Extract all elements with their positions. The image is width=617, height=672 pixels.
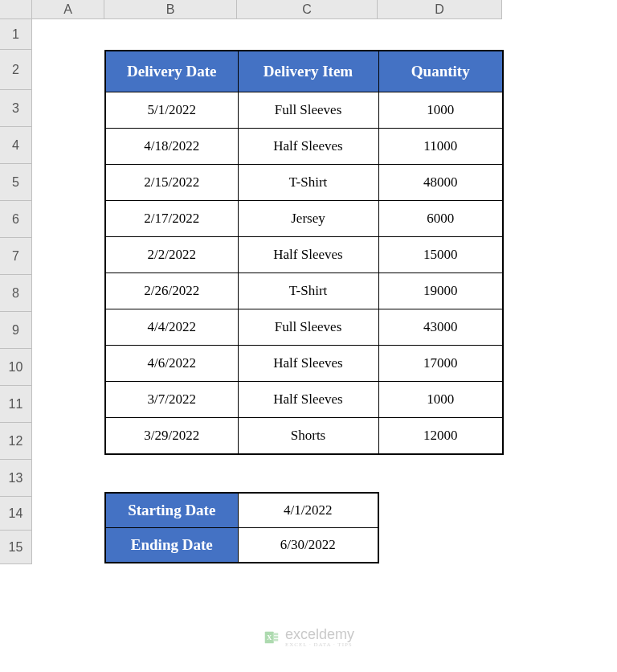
row-headers: 123456789101112131415 [0,19,32,564]
row-header-11[interactable]: 11 [0,386,32,423]
cell-qty[interactable]: 1000 [378,382,503,418]
table-row: 4/6/2022Half Sleeves17000 [105,346,503,382]
svg-rect-1 [273,633,278,635]
col-header-A[interactable]: A [32,0,104,19]
table-header-2: Quantity [378,51,503,92]
watermark-tagline: EXCEL · DATA · TIPS [285,641,354,648]
row-header-14[interactable]: 14 [0,497,32,531]
cell-date[interactable]: 4/18/2022 [105,129,238,165]
table-row: 2/2/2022Half Sleeves15000 [105,237,503,273]
table-row: 2/26/2022T-Shirt19000 [105,273,503,309]
col-header-C[interactable]: C [237,0,378,19]
row-header-12[interactable]: 12 [0,423,32,460]
cell-item[interactable]: T-Shirt [238,165,378,201]
cell-qty[interactable]: 6000 [378,201,503,237]
table-row: 4/4/2022Full Sleeves43000 [105,309,503,346]
cell-qty[interactable]: 1000 [378,92,503,129]
select-all-cell[interactable] [0,0,32,19]
cell-date[interactable]: 3/7/2022 [105,382,238,418]
cell-date[interactable]: 4/4/2022 [105,309,238,346]
cell-item[interactable]: Half Sleeves [238,237,378,273]
row-header-5[interactable]: 5 [0,164,32,201]
column-headers: ABCD [32,0,502,19]
row-header-4[interactable]: 4 [0,127,32,164]
delivery-table: Delivery DateDelivery ItemQuantity 5/1/2… [104,50,504,455]
table-row: 2/17/2022Jersey6000 [105,201,503,237]
row-header-15[interactable]: 15 [0,531,32,564]
cell-item[interactable]: T-Shirt [238,273,378,309]
cell-date[interactable]: 2/15/2022 [105,165,238,201]
starting-date-label: Starting Date [105,493,238,528]
col-header-B[interactable]: B [104,0,237,19]
cell-item[interactable]: Half Sleeves [238,346,378,382]
table-header-0: Delivery Date [105,51,238,92]
cell-qty[interactable]: 11000 [378,129,503,165]
cell-item[interactable]: Half Sleeves [238,129,378,165]
cell-date[interactable]: 5/1/2022 [105,92,238,129]
cell-item[interactable]: Shorts [238,418,378,455]
svg-rect-2 [273,636,278,638]
col-header-D[interactable]: D [378,0,502,19]
cell-date[interactable]: 2/2/2022 [105,237,238,273]
row-header-10[interactable]: 10 [0,349,32,386]
table-header-1: Delivery Item [238,51,378,92]
svg-text:X: X [267,633,272,641]
cell-date[interactable]: 4/6/2022 [105,346,238,382]
excel-icon: X [263,629,280,646]
cell-date[interactable]: 2/17/2022 [105,201,238,237]
svg-rect-3 [273,638,278,641]
ending-date-label: Ending Date [105,528,238,563]
row-header-9[interactable]: 9 [0,312,32,349]
table-row: 4/18/2022Half Sleeves11000 [105,129,503,165]
cell-item[interactable]: Full Sleeves [238,92,378,129]
row-header-6[interactable]: 6 [0,201,32,238]
cell-item[interactable]: Jersey [238,201,378,237]
row-header-8[interactable]: 8 [0,275,32,312]
cell-date[interactable]: 2/26/2022 [105,273,238,309]
cell-qty[interactable]: 17000 [378,346,503,382]
watermark-brand: exceldemy [285,626,354,642]
table-row: 3/7/2022Half Sleeves1000 [105,382,503,418]
row-header-3[interactable]: 3 [0,90,32,127]
starting-date-value[interactable]: 4/1/2022 [238,493,378,528]
cell-qty[interactable]: 15000 [378,237,503,273]
watermark: X exceldemy EXCEL · DATA · TIPS [263,626,354,648]
table-row: 3/29/2022Shorts12000 [105,418,503,455]
table-row: 5/1/2022Full Sleeves1000 [105,92,503,129]
spreadsheet-content: Delivery DateDelivery ItemQuantity 5/1/2… [32,19,617,563]
row-header-2[interactable]: 2 [0,50,32,90]
row-header-13[interactable]: 13 [0,460,32,497]
cell-item[interactable]: Full Sleeves [238,309,378,346]
cell-qty[interactable]: 43000 [378,309,503,346]
table-row: 2/15/2022T-Shirt48000 [105,165,503,201]
date-range-table: Starting Date 4/1/2022 Ending Date 6/30/… [104,492,379,563]
ending-date-value[interactable]: 6/30/2022 [238,528,378,563]
cell-qty[interactable]: 48000 [378,165,503,201]
cell-qty[interactable]: 12000 [378,418,503,455]
cell-qty[interactable]: 19000 [378,273,503,309]
row-header-7[interactable]: 7 [0,238,32,275]
row-header-1[interactable]: 1 [0,19,32,50]
cell-item[interactable]: Half Sleeves [238,382,378,418]
cell-date[interactable]: 3/29/2022 [105,418,238,455]
